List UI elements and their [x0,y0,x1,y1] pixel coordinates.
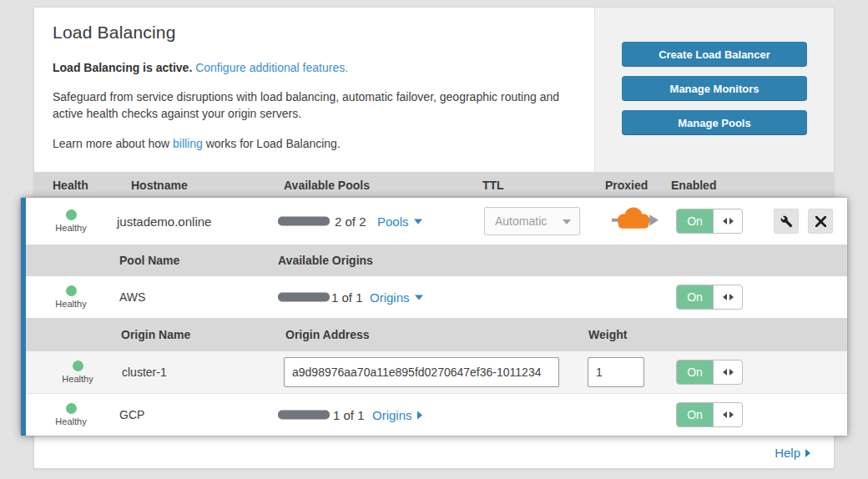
healthy-dot-icon [66,285,77,296]
health-status: Healthy [49,403,93,426]
health-status: Healthy [49,285,93,309]
col-weight: Weight [588,328,627,341]
help-caret-icon [805,449,810,457]
toggle-on-label[interactable]: On [677,209,714,233]
col-proxied: Proxied [605,172,648,199]
toggle-arrows[interactable] [714,285,742,309]
close-x-icon [815,216,826,227]
origin-table-header: Origin Name Origin Address Weight [26,318,847,351]
pool-table-header: Pool Name Available Origins [26,245,847,276]
col-ttl: TTL [482,172,504,199]
pool-name: GCP [119,408,144,421]
load-balancer-row: Healthy justademo.online 2 of 2 Pools Au… [26,198,847,245]
manage-monitors-button[interactable]: Manage Monitors [622,76,807,101]
healthy-dot-icon [66,209,77,220]
health-status: Healthy [49,209,93,233]
page-title: Load Balancing [53,23,574,43]
col-hostname: Hostname [131,172,188,199]
toggle-right-arrow-icon [729,218,734,224]
origins-link-label: Origins [370,290,410,305]
toggle-on-label[interactable]: On [677,361,714,384]
pools-caret-down-icon [414,219,422,224]
table-header-row: Health Hostname Available Pools TTL Prox… [34,172,834,199]
proxied-cloud-icon[interactable] [611,206,659,236]
origin-address-input[interactable] [284,357,559,387]
col-enabled: Enabled [671,172,716,199]
origins-expand-link[interactable]: Origins [370,290,423,305]
origin-name: cluster-1 [122,366,167,379]
col-origin-name: Origin Name [121,328,190,341]
enabled-toggle[interactable]: On [676,209,743,234]
origins-caret-down-icon [415,295,423,300]
learn-more-line: Learn more about how billing works for L… [53,137,574,150]
col-available-pools: Available Pools [284,172,370,199]
col-health: Health [53,172,88,199]
load-balancer-expanded-card: Healthy justademo.online 2 of 2 Pools Au… [21,198,847,436]
toggle-arrows[interactable] [714,209,742,233]
help-link[interactable]: Help [775,446,810,460]
origins-link-label: Origins [372,408,412,422]
toggle-on-label[interactable]: On [677,285,714,309]
status-active-text: Load Balancing is active. [53,61,192,74]
actions-panel: Create Load Balancer Manage Monitors Man… [594,8,834,172]
pools-count: 2 of 2 [335,214,366,229]
origins-caret-right-icon [417,411,422,420]
ttl-value: Automatic [495,214,547,228]
ttl-select: Automatic [484,207,580,235]
page: Load Balancing Load Balancing is active.… [0,0,868,479]
health-status: Healthy [56,361,99,384]
configure-features-link[interactable]: Configure additional features. [195,61,348,74]
col-available-origins: Available Origins [278,254,373,267]
origin-enabled-toggle[interactable]: On [676,360,743,385]
create-load-balancer-button[interactable]: Create Load Balancer [622,42,807,67]
origins-health-bar [278,411,330,420]
origins-health-bar [278,293,330,302]
origins-count: 1 of 1 [333,408,365,422]
toggle-arrows[interactable] [714,361,742,384]
healthy-dot-icon [73,361,83,371]
health-label: Healthy [49,416,93,426]
health-label: Healthy [56,374,99,384]
pool-row-gcp: Healthy GCP 1 of 1 Origins On [26,393,847,436]
pool-name: AWS [119,290,145,304]
description-text: Safeguard from service disruptions with … [53,88,574,123]
toggle-right-arrow-icon [729,294,734,300]
status-line: Load Balancing is active. Configure addi… [53,61,574,74]
ttl-caret-icon [563,219,571,224]
manage-pools-button[interactable]: Manage Pools [622,110,807,135]
origin-weight-input[interactable] [588,357,644,387]
pools-expand-link[interactable]: Pools [377,214,422,229]
toggle-right-arrow-icon [729,369,734,376]
billing-link[interactable]: billing [173,137,203,150]
toggle-left-arrow-icon [723,369,727,376]
help-label: Help [775,446,800,460]
hostname-value: justademo.online [117,214,211,229]
healthy-dot-icon [66,403,77,414]
col-pool-name: Pool Name [119,254,179,267]
toggle-on-label[interactable]: On [677,403,714,426]
origins-count: 1 of 1 [331,290,363,305]
wrench-icon [780,215,793,228]
edit-load-balancer-button[interactable] [774,209,799,234]
toggle-left-arrow-icon [723,294,727,300]
toggle-left-arrow-icon [723,218,727,224]
help-row: Help [775,446,810,460]
intro-section: Load Balancing Load Balancing is active.… [34,8,594,172]
pool-row-aws: Healthy AWS 1 of 1 Origins On [26,276,847,318]
origins-expand-link[interactable]: Origins [372,408,422,422]
toggle-arrows[interactable] [714,403,742,426]
pools-link-label: Pools [377,214,409,229]
learn-more-prefix: Learn more about how [53,137,173,150]
learn-more-suffix: works for Load Balancing. [203,137,341,150]
card-top: Load Balancing Load Balancing is active.… [34,8,834,172]
health-label: Healthy [49,223,93,233]
health-label: Healthy [49,299,93,309]
toggle-right-arrow-icon [729,411,734,418]
col-origin-address: Origin Address [285,328,370,341]
pool-enabled-toggle[interactable]: On [676,402,743,427]
toggle-left-arrow-icon [723,411,727,418]
close-expanded-button[interactable] [808,209,833,234]
pool-enabled-toggle[interactable]: On [676,285,743,310]
origin-row-cluster-1: Healthy cluster-1 On [26,351,847,393]
pools-health-bar [278,217,330,226]
